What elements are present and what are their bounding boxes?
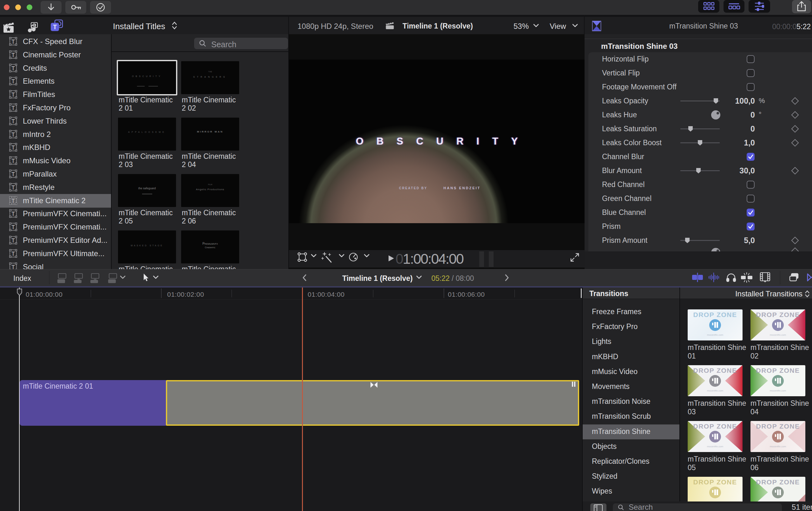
svg-text:T: T <box>11 237 15 244</box>
svg-text:T: T <box>11 198 15 204</box>
svg-text:T: T <box>11 184 15 191</box>
svg-text:T: T <box>11 131 15 138</box>
svg-text:T: T <box>11 65 15 72</box>
svg-text:T: T <box>11 78 15 85</box>
svg-text:T: T <box>11 105 15 111</box>
svg-text:T: T <box>11 224 15 231</box>
svg-text:T: T <box>11 171 15 178</box>
svg-text:T: T <box>53 24 57 30</box>
svg-text:T: T <box>11 145 15 151</box>
svg-text:T: T <box>11 92 15 98</box>
svg-text:T: T <box>11 39 15 45</box>
svg-text:T: T <box>11 211 15 217</box>
svg-text:T: T <box>11 118 15 125</box>
svg-text:T: T <box>11 158 15 164</box>
svg-text:T: T <box>11 52 15 58</box>
svg-text:T: T <box>11 251 15 257</box>
